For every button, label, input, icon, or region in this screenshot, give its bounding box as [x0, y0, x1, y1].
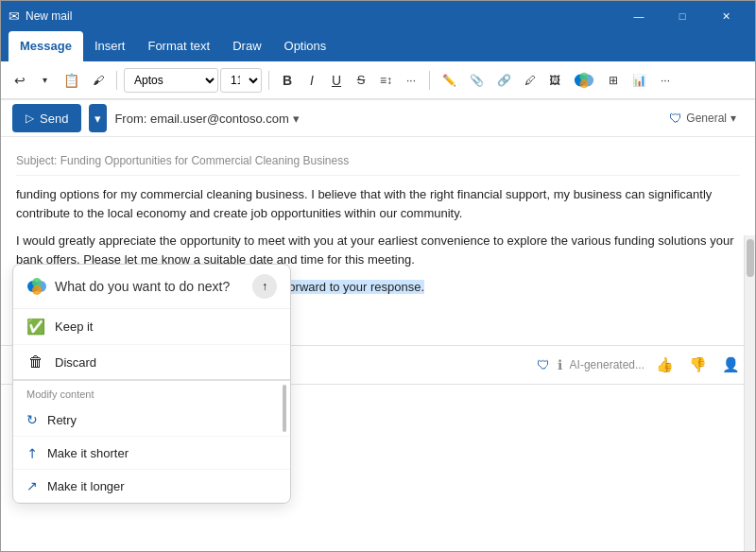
- attach-button[interactable]: 📎: [464, 67, 490, 94]
- send-label: Send: [40, 112, 68, 126]
- copilot-icon: [26, 276, 47, 297]
- sep1: [116, 71, 117, 90]
- ribbon-tabs: Message Insert Format text Draw Options: [1, 31, 755, 61]
- main-window: ✉ New mail — □ ✕ Message Insert Format t…: [0, 0, 756, 552]
- table-button[interactable]: ⊞: [602, 67, 625, 94]
- scrollbar-thumb[interactable]: [747, 239, 754, 277]
- keep-label: Keep it: [55, 319, 93, 334]
- from-email: From: email.user@contoso.com ▾: [114, 112, 654, 126]
- text-align-button[interactable]: ≡↕: [374, 67, 398, 94]
- shorter-item[interactable]: ↗ Make it shorter: [13, 437, 290, 470]
- tab-insert[interactable]: Insert: [83, 31, 137, 61]
- longer-item[interactable]: ↗ Make it longer: [13, 470, 290, 503]
- tab-format-text[interactable]: Format text: [136, 31, 221, 61]
- send-arrow-icon: ▷: [26, 112, 34, 125]
- link-button[interactable]: 🔗: [491, 67, 517, 94]
- section-modify-content: Modify content ↻ Retry ↗ Make it shorter…: [13, 381, 290, 503]
- dropdown-header-left: What do you want to do next?: [26, 276, 230, 297]
- section-label: Modify content: [13, 381, 290, 404]
- format-group: B I U S ≡↕ ···: [276, 67, 422, 94]
- title-bar: ✉ New mail — □ ✕: [1, 1, 755, 31]
- send-dropdown-arrow: ▾: [94, 112, 101, 126]
- thumbup-button[interactable]: 👍: [652, 354, 678, 375]
- title-bar-controls: — □ ✕: [617, 1, 747, 31]
- handwriting-button[interactable]: ✏️: [437, 67, 462, 94]
- svg-point-3: [579, 79, 588, 88]
- person-button[interactable]: 👤: [718, 354, 744, 375]
- font-select[interactable]: Aptos Arial Calibri: [124, 68, 218, 93]
- shorter-label: Make it shorter: [47, 446, 129, 460]
- general-dropdown-arrow: ▾: [730, 112, 736, 125]
- tab-options[interactable]: Options: [273, 31, 338, 61]
- ai-icons-group: 🛡 ℹ AI-generated... 👍 👎 👤: [537, 354, 744, 375]
- email-cutoff-text: Subject: Funding Opportunities for Comme…: [16, 148, 740, 176]
- copilot-toolbar-icon: [574, 70, 594, 91]
- tab-draw[interactable]: Draw: [221, 31, 272, 61]
- svg-point-7: [32, 285, 42, 295]
- window-icon: ✉: [9, 9, 20, 24]
- dropdown-submit-button[interactable]: ↑: [252, 274, 277, 299]
- content-inner: Subject: Funding Opportunities for Comme…: [1, 137, 755, 551]
- close-button[interactable]: ✕: [704, 1, 747, 31]
- thumbdown-button[interactable]: 👎: [685, 354, 711, 375]
- bold-button[interactable]: B: [276, 67, 299, 94]
- drawing-button[interactable]: 🖊: [519, 67, 541, 94]
- content-area: Subject: Funding Opportunities for Comme…: [1, 137, 755, 551]
- longer-label: Make it longer: [47, 479, 125, 493]
- discard-label: Discard: [55, 355, 96, 370]
- sep3: [429, 71, 430, 90]
- general-label: General: [686, 112, 727, 125]
- undo-dropdown[interactable]: ▾: [33, 67, 56, 94]
- ai-shield-icon: 🛡: [537, 357, 550, 372]
- more-format-button[interactable]: ···: [400, 67, 422, 94]
- from-label: From: email.user@contoso.com: [114, 112, 288, 126]
- overflow-button[interactable]: ···: [654, 67, 677, 94]
- underline-button[interactable]: U: [325, 67, 348, 94]
- italic-button[interactable]: I: [301, 67, 323, 94]
- shorter-icon: ↗: [23, 443, 42, 462]
- image-button[interactable]: 🖼: [543, 67, 566, 94]
- window-title: New mail: [26, 9, 72, 23]
- from-bar: ▷ Send ▾ From: email.user@contoso.com ▾ …: [1, 99, 755, 137]
- format-painter-button[interactable]: 🖌: [87, 67, 110, 94]
- discard-icon: 🗑: [26, 354, 45, 371]
- font-group: Aptos Arial Calibri 11 10 12 14: [124, 68, 262, 93]
- discard-item[interactable]: 🗑 Discard: [13, 345, 290, 381]
- send-button[interactable]: ▷ Send: [12, 104, 81, 132]
- dropdown-header: What do you want to do next? ↑: [13, 265, 290, 309]
- from-dropdown-arrow[interactable]: ▾: [293, 112, 300, 126]
- ai-generated-label: AI-generated...: [570, 358, 644, 371]
- general-button[interactable]: 🛡 General ▾: [662, 107, 744, 129]
- retry-icon: ↻: [26, 412, 38, 427]
- ai-info-icon[interactable]: ℹ: [558, 357, 562, 372]
- retry-item[interactable]: ↻ Retry: [13, 404, 290, 437]
- shield-icon: 🛡: [669, 111, 682, 126]
- extras-group: ✏️ 📎 🔗 🖊 🖼 ⊞ 📊 ···: [437, 67, 677, 94]
- dropdown-scrollbar-thumb: [283, 385, 286, 432]
- undo-button[interactable]: ↩: [9, 67, 31, 94]
- longer-icon: ↗: [26, 478, 38, 493]
- retry-label: Retry: [47, 413, 77, 427]
- copilot-toolbar-btn[interactable]: [568, 67, 600, 94]
- toolbar: ↩ ▾ 📋 🖌 Aptos Arial Calibri 11 10 12 14 …: [1, 61, 755, 99]
- window-scrollbar[interactable]: [744, 235, 755, 551]
- up-arrow-icon: ↑: [262, 280, 267, 293]
- send-dropdown-button[interactable]: ▾: [89, 104, 107, 132]
- clipboard-button[interactable]: 📋: [58, 67, 85, 94]
- minimize-button[interactable]: —: [617, 1, 661, 31]
- sep2: [268, 71, 269, 90]
- tab-message[interactable]: Message: [9, 31, 83, 61]
- keep-icon: ✅: [26, 318, 45, 336]
- dropdown-scrollbar: [283, 381, 286, 503]
- undo-redo-group: ↩ ▾ 📋 🖌: [9, 67, 110, 94]
- ai-dropdown-panel: What do you want to do next? ↑ ✅ Keep it…: [12, 264, 291, 504]
- title-bar-left: ✉ New mail: [9, 9, 72, 24]
- strikethrough-button[interactable]: S: [350, 67, 372, 94]
- keep-item[interactable]: ✅ Keep it: [13, 309, 290, 345]
- maximize-button[interactable]: □: [661, 1, 704, 31]
- chart-button[interactable]: 📊: [627, 67, 652, 94]
- dropdown-header-text: What do you want to do next?: [55, 279, 230, 294]
- email-paragraph-1: funding options for my commercial cleani…: [16, 185, 740, 222]
- size-select[interactable]: 11 10 12 14: [220, 68, 262, 93]
